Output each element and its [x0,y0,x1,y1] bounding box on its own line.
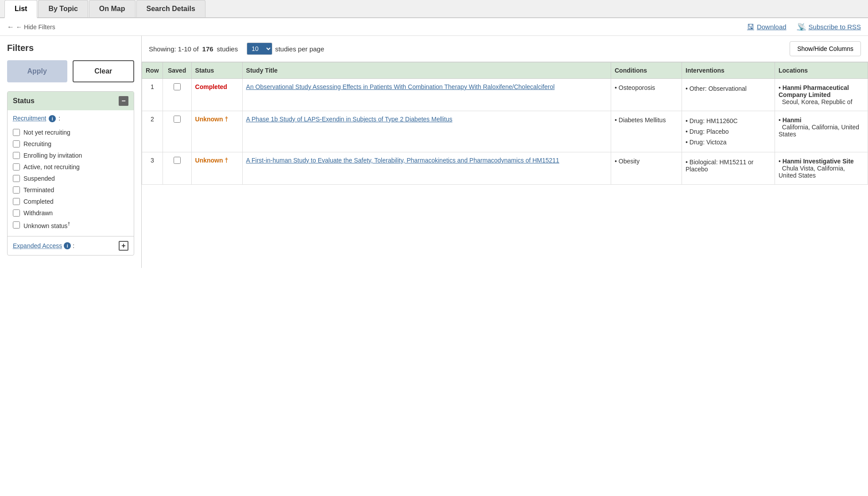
cell-conditions: • Osteoporosis [611,79,682,111]
table-row: 3Unknown †A First-in-human Study to Eval… [142,152,868,185]
action-bar-right: 🖫 Download 📡 Subscribe to RSS [747,23,861,31]
results-info: Showing: 1-10 of 176 studies 10 25 50 10… [149,43,324,55]
checkbox-withdrawn[interactable] [13,209,20,217]
label-active: Active, not recruiting [23,163,80,170]
results-table: Row Saved Status Study Title Conditions … [142,62,868,185]
label-completed: Completed [23,198,54,205]
expanded-access-info-icon[interactable]: i [64,242,71,249]
status-collapse-button[interactable]: − [119,96,128,106]
checkbox-terminated[interactable] [13,186,20,194]
checkbox-unknown[interactable] [13,221,20,229]
cell-locations: • Hanmi California, California, United S… [775,111,868,152]
condition-item: • Diabetes Mellitus [615,116,678,124]
cell-saved [163,152,191,185]
cell-row-number: 2 [142,111,163,152]
save-checkbox[interactable] [174,83,181,90]
label-withdrawn: Withdrawn [23,209,53,217]
col-header-locations: Locations [775,62,868,79]
expanded-access-label[interactable]: Expanded Access i : [13,242,74,249]
tab-list[interactable]: List [4,0,37,18]
status-badge: Completed [195,83,227,90]
condition-item: • Obesity [615,157,678,166]
download-icon: 🖫 [747,23,754,31]
checkbox-suspended[interactable] [13,175,20,182]
status-badge: Unknown † [195,157,229,164]
total-count: 176 [202,45,213,53]
col-header-title: Study Title [242,62,611,79]
checkbox-recruiting[interactable] [13,140,20,147]
per-page-select[interactable]: 10 25 50 100 [247,43,272,55]
filter-item-withdrawn: Withdrawn [13,207,128,219]
location-item: • Hanmi Investigative Site Chula Vista, … [779,157,864,180]
clear-button[interactable]: Clear [73,60,135,82]
per-page-label: studies per page [275,45,324,53]
checkbox-not-yet-recruiting[interactable] [13,129,20,136]
table-row: 1CompletedAn Observational Study Assessi… [142,79,868,111]
location-item: • Hanmi Pharmaceutical Company Limited S… [779,83,864,106]
apply-button[interactable]: Apply [7,60,67,82]
label-not-yet-recruiting: Not yet recruiting [23,129,70,136]
save-checkbox[interactable] [174,157,181,164]
filter-item-unknown: Unknown status† [13,219,128,232]
filter-item-suspended: Suspended [13,173,128,184]
study-title-link[interactable]: A First-in-human Study to Evaluate the S… [246,157,559,164]
hide-filters-button[interactable]: ← ← Hide Filters [7,23,55,31]
filter-item-recruiting: Recruiting [13,138,128,150]
tabs-bar: List By Topic On Map Search Details [0,0,868,18]
status-section-content: Recruitment i : Not yet recruiting Recru… [8,110,134,236]
label-enrolling: Enrolling by invitation [23,152,82,159]
study-title-link[interactable]: An Observational Study Assessing Effects… [246,83,555,90]
status-section-header[interactable]: Status − [8,92,134,110]
study-title-link[interactable]: A Phase 1b Study of LAPS-Exendin in Subj… [246,116,453,123]
cell-saved [163,111,191,152]
checkbox-active[interactable] [13,163,20,170]
label-suspended: Suspended [23,175,55,182]
filters-title: Filters [7,43,134,53]
per-page-selector: 10 25 50 100 studies per page [247,43,324,55]
tab-on-map[interactable]: On Map [89,0,136,17]
filter-item-terminated: Terminated [13,184,128,196]
col-header-saved: Saved [163,62,191,79]
content-area: Showing: 1-10 of 176 studies 10 25 50 10… [142,36,868,268]
tab-by-topic[interactable]: By Topic [38,0,88,17]
cell-saved [163,79,191,111]
expanded-access-section: Expanded Access i : + [8,236,134,255]
cell-status: Completed [191,79,242,111]
location-item: • Hanmi California, California, United S… [779,116,864,139]
cell-interventions: • Biological: HM15211 or Placebo [682,152,775,185]
filter-item-active: Active, not recruiting [13,161,128,173]
filter-item-enrolling: Enrolling by invitation [13,150,128,161]
cell-status: Unknown † [191,152,242,185]
arrow-left-icon: ← [7,23,14,31]
cell-title: A Phase 1b Study of LAPS-Exendin in Subj… [242,111,611,152]
checkbox-enrolling[interactable] [13,152,20,159]
intervention-item: • Drug: HM11260C [686,116,771,126]
show-hide-columns-button[interactable]: Show/Hide Columns [790,41,861,56]
rss-button[interactable]: 📡 Subscribe to RSS [797,23,861,31]
save-checkbox[interactable] [174,116,181,123]
tab-search-details[interactable]: Search Details [136,0,205,17]
label-recruiting: Recruiting [23,140,51,147]
cell-conditions: • Obesity [611,152,682,185]
checkbox-completed[interactable] [13,198,20,205]
label-unknown: Unknown status† [23,221,70,229]
col-header-conditions: Conditions [611,62,682,79]
col-header-row: Row [142,62,163,79]
cell-status: Unknown † [191,111,242,152]
filters-panel: Filters Apply Clear Status − Recruitment… [0,36,142,268]
results-table-container: Row Saved Status Study Title Conditions … [142,62,868,185]
intervention-item: • Drug: Placebo [686,126,771,137]
col-header-interventions: Interventions [682,62,775,79]
col-header-status: Status [191,62,242,79]
cell-conditions: • Diabetes Mellitus [611,111,682,152]
recruitment-info-icon[interactable]: i [49,115,56,122]
status-section-label: Status [13,97,35,105]
download-button[interactable]: 🖫 Download [747,23,787,31]
showing-suffix: studies [217,45,238,53]
intervention-item: • Biological: HM15211 or Placebo [686,157,771,174]
expanded-access-expand-button[interactable]: + [119,241,128,251]
table-row: 2Unknown †A Phase 1b Study of LAPS-Exend… [142,111,868,152]
showing-prefix: Showing: 1-10 of [149,45,199,53]
filter-buttons: Apply Clear [7,60,134,82]
action-bar: ← ← Hide Filters 🖫 Download 📡 Subscribe … [0,18,868,36]
